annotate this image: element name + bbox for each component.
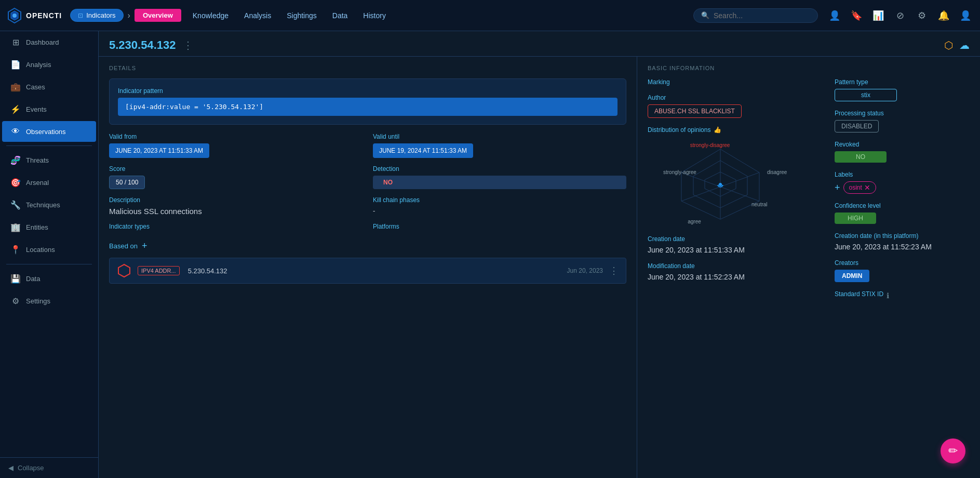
- nav-knowledge[interactable]: Knowledge: [185, 8, 236, 23]
- types-platforms-row: Indicator types Platforms: [109, 223, 626, 233]
- page-header-actions: ⬡ ☁: [944, 39, 970, 51]
- confidence-field: Confidence level HIGH: [835, 202, 970, 224]
- author-value: ABUSE.CH SSL BLACKLIST: [648, 104, 742, 118]
- sidebar-item-techniques[interactable]: 🔧 Techniques: [2, 194, 96, 216]
- detection-label: Detection: [373, 165, 626, 172]
- creation-platform-field: Creation date (in this platform) June 20…: [835, 232, 970, 251]
- ipv4-type-badge: IPV4 ADDR...: [138, 266, 180, 275]
- svg-text:neutral: neutral: [751, 202, 768, 207]
- account-icon[interactable]: 👤: [957, 7, 974, 24]
- events-icon: ⚡: [10, 104, 21, 114]
- processing-status-value: DISABLED: [835, 120, 879, 132]
- add-based-on-button[interactable]: +: [142, 241, 147, 251]
- svg-point-2: [12, 14, 17, 18]
- sidebar-item-analysis[interactable]: 📄 Analysis: [2, 54, 96, 75]
- edit-fab-button[interactable]: ✏: [941, 439, 965, 463]
- sidebar-collapse[interactable]: ◀ Collapse: [0, 457, 98, 478]
- sidebar-item-data[interactable]: 💾 Data: [2, 268, 96, 289]
- pattern-type-value: stix: [835, 89, 897, 101]
- collapse-arrow-icon: ◀: [8, 464, 14, 472]
- modification-value: June 20, 2023 at 11:52:23 AM: [648, 273, 824, 281]
- cloud-icon[interactable]: ☁: [959, 39, 970, 51]
- dashboard-icon: ⊞: [10, 37, 21, 47]
- svg-point-11: [719, 183, 722, 186]
- user-icon[interactable]: 👤: [826, 7, 843, 24]
- chart-icon[interactable]: 📊: [870, 7, 887, 24]
- nav-sightings[interactable]: Sightings: [279, 8, 324, 23]
- sidebar-item-events[interactable]: ⚡ Events: [2, 99, 96, 120]
- osint-chip: osint ✕: [843, 181, 876, 194]
- modification-label: Modification date: [648, 262, 824, 270]
- indicator-pattern-label: Indicator pattern: [118, 87, 617, 95]
- overview-tab[interactable]: Overview: [135, 9, 181, 22]
- radar-chart: strongly-disagree disagree neutral agree…: [648, 139, 793, 227]
- svg-marker-3: [118, 264, 130, 277]
- nav-analysis[interactable]: Analysis: [237, 8, 278, 23]
- valid-until-label: Valid until: [373, 133, 626, 140]
- osint-label: osint: [849, 184, 862, 191]
- valid-until-value: JUNE 19, 2024 AT 11:51:33 AM: [373, 143, 473, 158]
- valid-from-value: JUNE 20, 2023 AT 11:51:33 AM: [109, 143, 209, 158]
- sidebar-item-entities[interactable]: 🏢 Entities: [2, 217, 96, 238]
- sidebar-item-arsenal[interactable]: 🎯 Arsenal: [2, 172, 96, 193]
- top-navigation: OPENCTI ⊡ Indicators › Overview Knowledg…: [0, 0, 980, 31]
- page-title: 5.230.54.132: [109, 38, 176, 52]
- info-circle-icon[interactable]: ℹ: [887, 291, 889, 300]
- indicator-types-label: Indicator types: [109, 223, 363, 230]
- remove-osint-button[interactable]: ✕: [864, 183, 870, 192]
- creators-label: Creators: [835, 259, 970, 267]
- main-layout: ⊞ Dashboard 📄 Analysis 💼 Cases ⚡ Events …: [0, 31, 980, 478]
- bookmark-icon[interactable]: 🔖: [848, 7, 865, 24]
- analysis-icon: 📄: [10, 60, 21, 70]
- creation-date-field: Creation date June 20, 2023 at 11:51:33 …: [648, 235, 824, 254]
- sidebar-item-dashboard[interactable]: ⊞ Dashboard: [2, 32, 96, 53]
- svg-text:strongly-agree: strongly-agree: [663, 169, 696, 175]
- sidebar-item-settings[interactable]: ⚙ Settings: [2, 290, 96, 312]
- svg-text:agree: agree: [688, 219, 701, 224]
- search-bar: 🔍: [693, 8, 818, 23]
- bell-icon[interactable]: 🔔: [935, 7, 952, 24]
- add-label-button[interactable]: +: [835, 182, 840, 193]
- sidebar-divider: [6, 145, 92, 146]
- collapse-label: Collapse: [18, 464, 44, 472]
- sidebar-item-observations[interactable]: 👁 Observations: [2, 121, 96, 142]
- description-label: Description: [109, 196, 363, 204]
- indicator-types-col: Indicator types: [109, 223, 363, 233]
- creation-date-label: Creation date: [648, 235, 824, 243]
- basic-info-left: Marking Author ABUSE.CH SSL BLACKLIST Di…: [648, 78, 824, 309]
- processing-status-field: Processing status DISABLED: [835, 110, 970, 132]
- cases-icon: 💼: [10, 82, 21, 92]
- data-icon: 💾: [10, 274, 21, 284]
- related-date: Jun 20, 2023: [567, 267, 603, 274]
- revoked-field: Revoked NO: [835, 141, 970, 163]
- sidebar-item-threats[interactable]: 🧬 Threats: [2, 150, 96, 171]
- related-item-more-icon[interactable]: ⋮: [609, 265, 619, 276]
- page-header: 5.230.54.132 ⋮ ⬡ ☁: [99, 31, 980, 57]
- score-detection-row: Score 50 / 100 Detection NO: [109, 165, 626, 189]
- search-icon: 🔍: [701, 11, 709, 19]
- threats-icon: 🧬: [10, 155, 21, 165]
- indicator-pattern-value: [ipv4-addr:value = '5.230.54.132']: [118, 98, 617, 116]
- opinion-thumbs-icon[interactable]: 👍: [714, 126, 721, 134]
- creators-field: Creators ADMIN: [835, 259, 970, 282]
- more-options-icon[interactable]: ⋮: [183, 39, 193, 51]
- circle-icon[interactable]: ⊘: [892, 7, 908, 24]
- search-input[interactable]: [714, 11, 810, 20]
- detection-value: NO: [373, 176, 626, 189]
- sidebar-item-cases[interactable]: 💼 Cases: [2, 76, 96, 98]
- logo: OPENCTI: [6, 7, 62, 24]
- settings-gear-icon[interactable]: ⚙: [914, 7, 930, 24]
- score-col: Score 50 / 100: [109, 165, 363, 189]
- nav-data[interactable]: Data: [325, 8, 355, 23]
- sidebar-item-locations[interactable]: 📍 Locations: [2, 239, 96, 260]
- left-panel: DETAILS Indicator pattern [ipv4-addr:val…: [99, 57, 637, 478]
- breadcrumb-indicators[interactable]: ⊡ Indicators: [70, 9, 123, 22]
- pattern-type-label: Pattern type: [835, 78, 970, 86]
- nav-history[interactable]: History: [356, 8, 393, 23]
- modification-field: Modification date June 20, 2023 at 11:52…: [648, 262, 824, 281]
- share-icon[interactable]: ⬡: [944, 39, 953, 51]
- locations-icon: 📍: [10, 245, 21, 255]
- basic-info-grid: Marking Author ABUSE.CH SSL BLACKLIST Di…: [648, 78, 970, 309]
- kill-chain-value: -: [373, 207, 626, 215]
- two-col-layout: DETAILS Indicator pattern [ipv4-addr:val…: [99, 57, 980, 478]
